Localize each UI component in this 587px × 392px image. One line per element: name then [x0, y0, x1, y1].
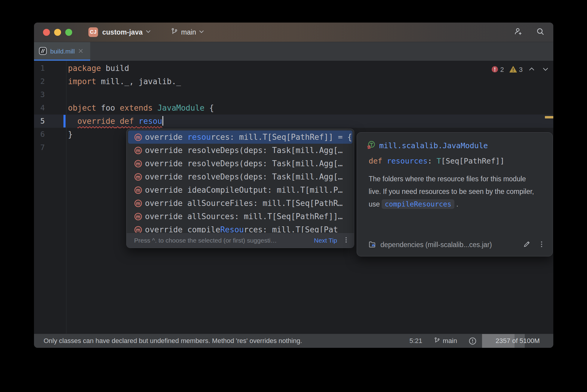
code-line[interactable]: 4object foo extends JavaModule { [34, 101, 553, 115]
status-bar: Only classes can have declared but undef… [34, 334, 553, 348]
code-text: override def resou [68, 115, 163, 128]
branch-name: main [181, 28, 196, 36]
doc-breadcrumb-link[interactable]: mill.scalalib.JavaModule [379, 141, 488, 150]
close-tab-icon[interactable] [78, 48, 83, 55]
tab-label: build.mill [50, 48, 75, 55]
notifications-icon[interactable] [469, 337, 477, 345]
memory-indicator[interactable]: 2357 of 5100M [482, 334, 553, 348]
line-number: 4 [34, 101, 45, 115]
line-number: 6 [34, 128, 45, 141]
vcs-change-marker [63, 115, 66, 127]
inline-code-link[interactable]: compileResources [382, 199, 454, 209]
close-window-button[interactable] [43, 29, 50, 36]
signature-token: def [369, 157, 382, 165]
completion-text-segment: rces: mill.T[Seq[PathRef]] = { [211, 133, 352, 142]
completion-text-segment: override ideaCompileOutput: mill.T[mill.… [145, 185, 343, 194]
doc-signature: def resources: T[Seq[PathRef]] [369, 157, 542, 165]
code-text: import mill._, javalib._ [68, 75, 181, 88]
kebab-menu-icon[interactable] [343, 236, 349, 245]
previous-problem-chevron-up-icon[interactable] [528, 66, 535, 74]
method-icon [134, 173, 142, 181]
code-line[interactable]: 5 override def resou [34, 115, 553, 128]
signature-token: [Seq[PathRef]] [441, 157, 505, 165]
tab-build-mill[interactable]: build.mill [34, 42, 90, 61]
search-icon[interactable] [536, 27, 545, 37]
completion-text-segment: override [145, 133, 187, 142]
completion-text-segment: override compile [145, 225, 220, 233]
code-token: foo [96, 103, 120, 112]
code-token: build [101, 64, 129, 73]
completion-footer: Press ^. to choose the selected (or firs… [127, 233, 354, 248]
editor-tab-bar: build.mill [34, 42, 553, 61]
completion-item[interactable]: override allSourceFiles: mill.T[Seq[Path… [128, 197, 352, 210]
code-token: import [68, 77, 96, 86]
code-token: def [120, 117, 134, 126]
code-token: JavaModule [157, 103, 204, 112]
next-problem-chevron-down-icon[interactable] [542, 66, 549, 74]
next-tip-link[interactable]: Next Tip [314, 237, 337, 244]
code-token: { [204, 103, 214, 112]
error-count: 2 [500, 66, 504, 74]
completion-popup: override resources: mill.T[Seq[PathRef]]… [126, 129, 354, 248]
code-line[interactable]: 1package build [34, 62, 553, 75]
completion-item-text: override ideaCompileOutput: mill.T[mill.… [145, 185, 343, 194]
method-icon [134, 133, 142, 141]
completion-item[interactable]: override resolveDeps(deps: Task[mill.Agg… [128, 170, 352, 183]
completion-item-text: override resolveDeps(deps: Task[mill.Agg… [145, 172, 343, 181]
trait-icon [367, 140, 376, 151]
kebab-menu-icon[interactable] [539, 240, 545, 250]
line-number: 3 [34, 88, 45, 101]
line-number: 7 [34, 141, 45, 154]
status-message: Only classes can have declared but undef… [44, 337, 409, 345]
caret-position-widget[interactable]: 5:21 [409, 337, 422, 345]
doc-body-text: The folders where the resource files for… [369, 173, 539, 210]
minimize-window-button[interactable] [54, 29, 61, 36]
completion-text-segment: override allSources: mill.T[Seq[PathRef]… [145, 212, 343, 221]
doc-footer: dependencies (mill-scalalib...ces.jar) [368, 240, 545, 250]
completion-item-text: override allSourceFiles: mill.T[Seq[Path… [145, 199, 343, 208]
completion-item-text: override resolveDeps(deps: Task[mill.Agg… [145, 159, 343, 168]
signature-token: resources [387, 157, 427, 165]
memory-label: 2357 of 5100M [482, 334, 553, 348]
completion-item[interactable]: override resources: mill.T[Seq[PathRef]]… [128, 130, 352, 144]
completion-text-segment: override resolveDeps(deps: Task[mill.Agg… [145, 159, 343, 168]
documentation-popup: mill.scalalib.JavaModule def resources: … [357, 132, 553, 256]
completion-text-segment: override resolveDeps(deps: Task[mill.Agg… [145, 146, 343, 155]
title-bar[interactable]: CJ custom-java main [34, 23, 553, 42]
completion-text-segment: override resolveDeps(deps: Task[mill.Agg… [145, 172, 343, 181]
status-branch-widget[interactable]: main [434, 337, 457, 345]
inspections-widget[interactable]: 2 3 [491, 66, 549, 74]
warning-count: 3 [519, 66, 523, 74]
code-line[interactable]: 3 [34, 88, 553, 101]
code-token: resou [139, 117, 162, 126]
completion-item[interactable]: override allSources: mill.T[Seq[PathRef]… [128, 210, 352, 223]
code-token: override [77, 117, 115, 126]
edit-pencil-icon[interactable] [523, 240, 531, 250]
doc-header: mill.scalalib.JavaModule [367, 140, 542, 151]
code-token [134, 117, 139, 126]
code-token: object [68, 103, 96, 112]
maximize-window-button[interactable] [65, 29, 72, 36]
code-token: extends [120, 103, 153, 112]
vcs-widget[interactable]: main [171, 28, 204, 37]
method-icon [134, 213, 142, 221]
scrollbar-warning-stripe[interactable] [545, 116, 553, 118]
completion-item[interactable]: override compileResources: mill.T[Seq[Pa… [128, 223, 352, 233]
completion-item-text: override resolveDeps(deps: Task[mill.Agg… [145, 146, 343, 155]
code-text: package build [68, 62, 129, 75]
completion-item[interactable]: override ideaCompileOutput: mill.T[mill.… [128, 183, 352, 197]
desktop: CJ custom-java main [0, 0, 587, 392]
signature-token [382, 157, 387, 165]
completion-item[interactable]: override resolveDeps(deps: Task[mill.Agg… [128, 144, 352, 157]
completion-text-segment: Resou [220, 225, 244, 233]
code-token [153, 103, 158, 112]
doc-source-label: dependencies (mill-scalalib...ces.jar) [380, 241, 523, 249]
method-icon [134, 146, 142, 155]
code-with-me-icon[interactable] [514, 27, 523, 37]
project-icon[interactable]: CJ [88, 27, 98, 37]
code-line[interactable]: 2import mill._, javalib._ [34, 75, 553, 88]
chevron-down-icon[interactable] [145, 29, 151, 35]
completion-item-text: override allSources: mill.T[Seq[PathRef]… [145, 212, 343, 221]
project-name[interactable]: custom-java [102, 28, 143, 36]
completion-item[interactable]: override resolveDeps(deps: Task[mill.Agg… [128, 157, 352, 170]
